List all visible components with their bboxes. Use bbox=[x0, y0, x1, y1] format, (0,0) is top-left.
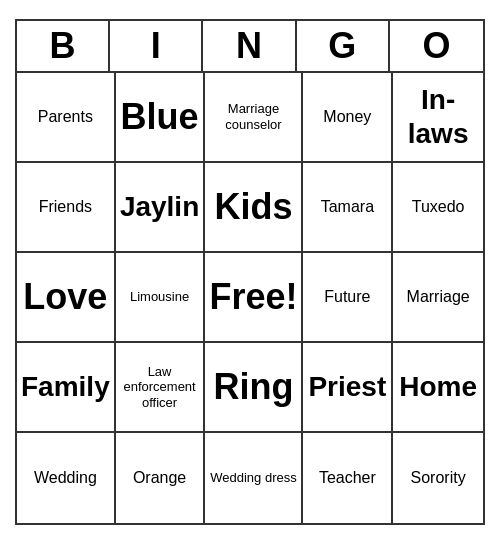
bingo-cell-4: In-laws bbox=[393, 73, 483, 163]
bingo-cell-0: Parents bbox=[17, 73, 116, 163]
bingo-cell-15: Family bbox=[17, 343, 116, 433]
header-letter-o: O bbox=[390, 21, 483, 71]
bingo-cell-19: Home bbox=[393, 343, 483, 433]
cell-text-11: Limousine bbox=[130, 289, 189, 305]
cell-text-24: Sorority bbox=[411, 468, 466, 487]
bingo-cell-6: Jaylin bbox=[116, 163, 206, 253]
cell-text-10: Love bbox=[23, 275, 107, 318]
bingo-cell-2: Marriage counselor bbox=[205, 73, 303, 163]
cell-text-18: Priest bbox=[308, 370, 386, 404]
bingo-cell-10: Love bbox=[17, 253, 116, 343]
cell-text-6: Jaylin bbox=[120, 190, 199, 224]
bingo-cell-12: Free! bbox=[205, 253, 303, 343]
cell-text-20: Wedding bbox=[34, 468, 97, 487]
bingo-cell-17: Ring bbox=[205, 343, 303, 433]
cell-text-0: Parents bbox=[38, 107, 93, 126]
bingo-header: BINGO bbox=[17, 21, 483, 73]
cell-text-2: Marriage counselor bbox=[209, 101, 297, 132]
cell-text-9: Tuxedo bbox=[412, 197, 465, 216]
cell-text-3: Money bbox=[323, 107, 371, 126]
bingo-cell-14: Marriage bbox=[393, 253, 483, 343]
bingo-cell-23: Teacher bbox=[303, 433, 393, 523]
cell-text-8: Tamara bbox=[321, 197, 374, 216]
bingo-cell-22: Wedding dress bbox=[205, 433, 303, 523]
bingo-cell-18: Priest bbox=[303, 343, 393, 433]
bingo-cell-21: Orange bbox=[116, 433, 206, 523]
header-letter-n: N bbox=[203, 21, 296, 71]
cell-text-15: Family bbox=[21, 370, 110, 404]
cell-text-19: Home bbox=[399, 370, 477, 404]
header-letter-i: I bbox=[110, 21, 203, 71]
bingo-cell-3: Money bbox=[303, 73, 393, 163]
cell-text-21: Orange bbox=[133, 468, 186, 487]
bingo-cell-11: Limousine bbox=[116, 253, 206, 343]
bingo-cell-5: Friends bbox=[17, 163, 116, 253]
bingo-cell-13: Future bbox=[303, 253, 393, 343]
cell-text-13: Future bbox=[324, 287, 370, 306]
header-letter-b: B bbox=[17, 21, 110, 71]
cell-text-17: Ring bbox=[213, 365, 293, 408]
header-letter-g: G bbox=[297, 21, 390, 71]
cell-text-22: Wedding dress bbox=[210, 470, 296, 486]
bingo-cell-20: Wedding bbox=[17, 433, 116, 523]
bingo-cell-16: Law enforcement officer bbox=[116, 343, 206, 433]
bingo-cell-7: Kids bbox=[205, 163, 303, 253]
cell-text-23: Teacher bbox=[319, 468, 376, 487]
bingo-cell-8: Tamara bbox=[303, 163, 393, 253]
bingo-cell-9: Tuxedo bbox=[393, 163, 483, 253]
cell-text-5: Friends bbox=[39, 197, 92, 216]
cell-text-16: Law enforcement officer bbox=[120, 364, 200, 411]
cell-text-14: Marriage bbox=[407, 287, 470, 306]
bingo-grid: ParentsBlueMarriage counselorMoneyIn-law… bbox=[17, 73, 483, 523]
bingo-cell-24: Sorority bbox=[393, 433, 483, 523]
cell-text-1: Blue bbox=[121, 95, 199, 138]
bingo-cell-1: Blue bbox=[116, 73, 206, 163]
cell-text-4: In-laws bbox=[397, 83, 479, 150]
bingo-card: BINGO ParentsBlueMarriage counselorMoney… bbox=[15, 19, 485, 525]
cell-text-7: Kids bbox=[214, 185, 292, 228]
cell-text-12: Free! bbox=[209, 275, 297, 318]
